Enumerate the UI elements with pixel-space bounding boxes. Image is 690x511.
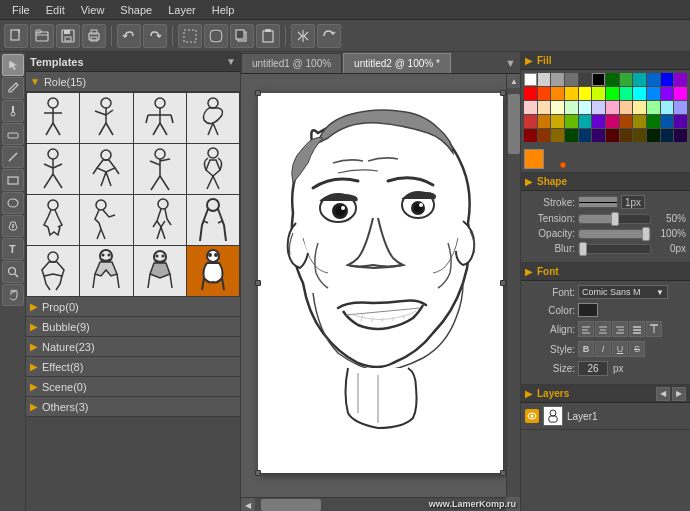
role-cell-11[interactable] — [134, 195, 186, 245]
layers-arrow-left[interactable]: ◀ — [656, 387, 670, 401]
color-dgray1[interactable] — [565, 73, 578, 86]
color-m10[interactable] — [647, 115, 660, 128]
undo-button[interactable] — [117, 24, 141, 48]
vertical-scroll-thumb[interactable] — [508, 94, 520, 154]
mirror-button[interactable] — [291, 24, 315, 48]
tab-untitled2[interactable]: untitled2 @ 100% * — [343, 53, 451, 73]
copy-button[interactable] — [230, 24, 254, 48]
color-p1[interactable] — [524, 101, 537, 114]
menu-view[interactable]: View — [73, 2, 113, 18]
color-white[interactable] — [524, 73, 537, 86]
section-nature[interactable]: ▶ Nature(23) — [26, 337, 240, 357]
align-left-btn[interactable] — [578, 321, 594, 337]
color-r2[interactable] — [538, 87, 551, 100]
color-r9[interactable] — [633, 87, 646, 100]
section-others[interactable]: ▶ Others(3) — [26, 397, 240, 417]
color-d6[interactable] — [592, 129, 605, 142]
role-cell-9[interactable] — [27, 195, 79, 245]
layers-expand-icon[interactable]: ▶ — [525, 388, 533, 399]
fill-tool[interactable] — [2, 215, 24, 237]
size-input[interactable] — [578, 361, 608, 376]
line-tool[interactable] — [2, 146, 24, 168]
align-justify-btn[interactable] — [629, 321, 645, 337]
hand-tool[interactable] — [2, 284, 24, 306]
scroll-up-arrow[interactable]: ▲ — [507, 74, 520, 88]
role-cell-3[interactable] — [134, 93, 186, 143]
color-m2[interactable] — [538, 115, 551, 128]
align-right-btn[interactable] — [612, 321, 628, 337]
color-r5[interactable] — [579, 87, 592, 100]
rotate-button[interactable] — [317, 24, 341, 48]
color-m4[interactable] — [565, 115, 578, 128]
role-cell-7[interactable] — [134, 144, 186, 194]
align-top-btn[interactable] — [646, 321, 662, 337]
color-p3[interactable] — [551, 101, 564, 114]
panel-arrow-icon[interactable]: ▼ — [226, 56, 236, 67]
role-cell-1[interactable] — [27, 93, 79, 143]
text-tool[interactable]: T — [2, 238, 24, 260]
shape-expand-icon[interactable]: ▶ — [525, 176, 533, 187]
section-role[interactable]: ▼ Role(15) — [26, 72, 240, 92]
font-expand-icon[interactable]: ▶ — [525, 266, 533, 277]
color-d5[interactable] — [579, 129, 592, 142]
color-m9[interactable] — [633, 115, 646, 128]
color-r1[interactable] — [524, 87, 537, 100]
rectangle-tool[interactable] — [2, 169, 24, 191]
color-p10[interactable] — [647, 101, 660, 114]
drawing-canvas[interactable] — [258, 93, 503, 473]
menu-shape[interactable]: Shape — [112, 2, 160, 18]
color-r3[interactable] — [551, 87, 564, 100]
section-prop[interactable]: ▶ Prop(0) — [26, 297, 240, 317]
color-r12[interactable] — [674, 87, 687, 100]
color-d1[interactable] — [524, 129, 537, 142]
color-m11[interactable] — [661, 115, 674, 128]
align-center-btn[interactable] — [595, 321, 611, 337]
open-button[interactable] — [30, 24, 54, 48]
zoom-tool[interactable] — [2, 261, 24, 283]
role-cell-16-selected[interactable] — [187, 246, 239, 296]
role-cell-14[interactable] — [80, 246, 132, 296]
color-d7[interactable] — [606, 129, 619, 142]
strikethrough-btn[interactable]: S — [629, 341, 645, 357]
font-select[interactable]: Comic Sans M ▼ — [578, 285, 668, 299]
fill-expand-icon[interactable]: ▶ — [525, 55, 533, 66]
menu-edit[interactable]: Edit — [38, 2, 73, 18]
role-cell-5[interactable] — [27, 144, 79, 194]
pen-tool[interactable] — [2, 77, 24, 99]
color-p4[interactable] — [565, 101, 578, 114]
color-mgray[interactable] — [551, 73, 564, 86]
stroke-size[interactable]: 1px — [621, 195, 645, 209]
canvas-container[interactable]: ▲ ◀ www.LamerKomp.ru — [241, 74, 520, 511]
role-cell-4[interactable] — [187, 93, 239, 143]
role-cell-6[interactable] — [80, 144, 132, 194]
role-cell-15[interactable] — [134, 246, 186, 296]
color-m5[interactable] — [579, 115, 592, 128]
new-button[interactable] — [4, 24, 28, 48]
color-m8[interactable] — [620, 115, 633, 128]
tabs-arrow-icon[interactable]: ▼ — [501, 57, 520, 69]
color-m6[interactable] — [592, 115, 605, 128]
lasso-tool-button[interactable] — [204, 24, 228, 48]
tab-untitled1[interactable]: untitled1 @ 100% — [241, 53, 342, 73]
color-d10[interactable] — [647, 129, 660, 142]
color-p12[interactable] — [674, 101, 687, 114]
blur-slider[interactable] — [578, 244, 651, 254]
color-green2[interactable] — [620, 73, 633, 86]
color-purple1[interactable] — [674, 73, 687, 86]
color-r7[interactable] — [606, 87, 619, 100]
color-r11[interactable] — [661, 87, 674, 100]
color-m3[interactable] — [551, 115, 564, 128]
menu-layer[interactable]: Layer — [160, 2, 204, 18]
redo-button[interactable] — [143, 24, 167, 48]
layer-visibility-toggle[interactable] — [525, 409, 539, 423]
paste-button[interactable] — [256, 24, 280, 48]
menu-file[interactable]: File — [4, 2, 38, 18]
role-cell-8[interactable] — [187, 144, 239, 194]
stroke-preview[interactable] — [578, 196, 618, 208]
role-cell-13[interactable] — [27, 246, 79, 296]
role-cell-2[interactable] — [80, 93, 132, 143]
section-scene[interactable]: ▶ Scene(0) — [26, 377, 240, 397]
color-d3[interactable] — [551, 129, 564, 142]
color-p9[interactable] — [633, 101, 646, 114]
color-lgray[interactable] — [538, 73, 551, 86]
